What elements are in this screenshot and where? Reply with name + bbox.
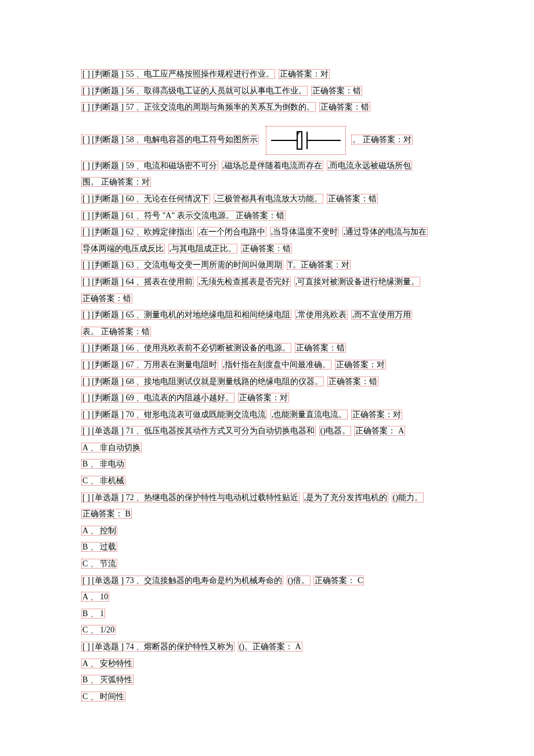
question-59-line2: 围。 正确答案：对	[81, 175, 453, 190]
q62-d: ,通过导体的电流与加在	[342, 227, 428, 237]
q62-b: ,在一个闭合电路中	[197, 227, 267, 237]
q60-a: [ ] [判断题 ] 60 、无论在任何情况下	[81, 194, 210, 204]
q67-answer: 正确答案：对	[335, 360, 386, 370]
q64-b: ,无须先检查摇表是否完好	[197, 277, 291, 287]
q64-d: 正确答案：错	[81, 294, 132, 303]
q73-b: ()倍。	[287, 576, 311, 585]
q60-b: ,三极管都具有电流放大功能。	[214, 194, 324, 204]
question-56: [ ] [判断题 ] 56 、取得高级电工证的人员就可以从事电工作业。 正确答案…	[81, 84, 453, 99]
question-60: [ ] [判断题 ] 60 、无论在任何情况下 ,三极管都具有电流放大功能。 正…	[81, 191, 453, 207]
question-59-line1: [ ] [判断题 ] 59 、电流和磁场密不可分 ,磁场总是伴随着电流而存在 ,…	[81, 158, 453, 174]
q58-answer: 。 正确答案：对	[351, 135, 413, 144]
q72-opt-b: B 、 过载	[81, 542, 117, 552]
q55-answer: 正确答案：对	[279, 69, 330, 79]
q62-a: [ ] [判断题 ] 62 、欧姆定律指出	[81, 227, 194, 237]
q59-c: ,而电流永远被磁场所包	[327, 161, 413, 171]
question-57: [ ] [判断题 ] 57 、正弦交流电的周期与角频率的关系互为倒数的。 正确答…	[81, 100, 453, 115]
question-64-line1: [ ] [判断题 ] 64 、摇表在使用前 ,无须先检查摇表是否完好 ,可直接对…	[81, 274, 453, 290]
q71-opt-c: C 、 非机械	[81, 476, 125, 486]
question-55: [ ] [判断题 ] 55 、电工应严格按照操作规程进行作业。 正确答案：对	[81, 67, 453, 82]
question-62-line2: 导体两端的电压成反比 ,与其电阻成正比。 正确答案：错	[81, 241, 453, 257]
question-64-line2: 正确答案：错	[81, 291, 453, 307]
q72-opt-c: C 、 节流	[81, 559, 117, 569]
q57-text: [ ] [判断题 ] 57 、正弦交流电的周期与角频率的关系互为倒数的。	[81, 102, 316, 112]
q58-text: [ ] [判断题 ] 58 、电解电容器的电工符号如图所示	[81, 135, 259, 144]
q57-answer: 正确答案：错	[319, 102, 370, 112]
question-70: [ ] [判断题 ] 70 、钳形电流表可做成既能测交流电流 ,也能测量直流电流…	[81, 407, 453, 423]
q61-a: [ ] [判断题 ] 61 、符号 "A" 表示交流电源。 正确答案：错	[81, 211, 286, 220]
q69-a: [ ] [判断题 ] 69 、电流表的内阻越小越好。	[81, 393, 234, 403]
q65-c: ,而不宜使用万用	[351, 310, 413, 320]
q62-e: 导体两端的电压成反比	[81, 244, 165, 254]
q72-b: ,是为了充分发挥电机的	[303, 493, 389, 502]
q62-answer: 正确答案：错	[241, 244, 292, 254]
q72-opt-a: A 、 控制	[81, 526, 117, 536]
q71-opt-b: B 、 非电动	[81, 459, 125, 469]
q71-answer: 正确答案： A	[354, 426, 405, 436]
q74-opt-c: C 、 时间性	[81, 692, 125, 701]
q64-a: [ ] [判断题 ] 64 、摇表在使用前	[81, 277, 194, 287]
question-72-line2: 正确答案： B	[81, 507, 453, 522]
q63-a: [ ] [判断题 ] 63 、交流电每交变一周所需的时间叫做周期	[81, 260, 283, 270]
q56-text: [ ] [判断题 ] 56 、取得高级电工证的人员就可以从事电工作业。	[81, 86, 308, 96]
question-58: [ ] [判断题 ] 58 、电解电容器的电工符号如图所示 + 。 正确答案：对	[81, 126, 453, 155]
question-72-line1: [ ] [单选题 ] 72 、热继电器的保护特性与电动机过载特性贴近 ,是为了充…	[81, 490, 453, 506]
q65-b: ,常使用兆欧表	[295, 310, 348, 320]
question-65-line2: 表。 正确答案：错	[81, 324, 453, 340]
q74-opt-a: A 、 安秒特性	[81, 659, 134, 668]
q60-answer: 正确答案：错	[327, 194, 378, 204]
q56-answer: 正确答案：错	[311, 86, 362, 96]
question-63: [ ] [判断题 ] 63 、交流电每交变一周所需的时间叫做周期 T。正确答案：…	[81, 258, 453, 273]
q63-b: T。正确答案：对	[287, 260, 351, 270]
q59-d: 围。 正确答案：对	[81, 177, 151, 187]
q71-b: ()电器。	[319, 426, 351, 436]
q65-a: [ ] [判断题 ] 65 、测量电机的对地绝缘电阻和相间绝缘电阻	[81, 310, 291, 320]
q67-b: ,指针指在刻度盘中间最准确。	[222, 360, 332, 370]
q65-d: 表。 正确答案：错	[81, 327, 151, 337]
question-74: [ ] [单选题 ] 74 、熔断器的保护特性又称为 ()。正确答案： A	[81, 639, 453, 655]
q62-c: ,当导体温度不变时	[270, 227, 340, 237]
q67-a: [ ] [判断题 ] 67 、万用表在测量电阻时	[81, 360, 218, 370]
question-71: [ ] [单选题 ] 71 、低压电器按其动作方式又可分为自动切换电器和 ()电…	[81, 424, 453, 439]
q74-b: ()。正确答案： A	[238, 642, 302, 652]
question-73: [ ] [单选题 ] 73 、交流接触器的电寿命是约为机械寿命的 ()倍。 正确…	[81, 573, 453, 589]
q72-c: ()能力。	[392, 493, 424, 502]
q73-opt-c: C 、 1/20	[81, 625, 116, 635]
q59-a: [ ] [判断题 ] 59 、电流和磁场密不可分	[81, 161, 218, 171]
q73-opt-a: A 、 10	[81, 592, 109, 602]
q73-a: [ ] [单选题 ] 73 、交流接触器的电寿命是约为机械寿命的	[81, 576, 283, 585]
q66-answer: 正确答案：错	[295, 343, 346, 353]
q73-answer: 正确答案： C	[313, 576, 364, 585]
q69-answer: 正确答案：对	[238, 393, 289, 403]
q64-c: ,可直接对被测设备进行绝缘测量。	[294, 277, 421, 287]
capacitor-symbol-icon: +	[266, 126, 346, 155]
q59-b: ,磁场总是伴随着电流而存在	[222, 161, 324, 171]
question-61: [ ] [判断题 ] 61 、符号 "A" 表示交流电源。 正确答案：错	[81, 208, 453, 224]
q70-answer: 正确答案：对	[351, 410, 402, 419]
q74-opt-b: B 、 灭弧特性	[81, 675, 134, 685]
q62-f: ,与其电阻成正比。	[168, 244, 238, 254]
q66-a: [ ] [判断题 ] 66 、使用兆欧表前不必切断被测设备的电源。	[81, 343, 291, 353]
question-65-line1: [ ] [判断题 ] 65 、测量电机的对地绝缘电阻和相间绝缘电阻 ,常使用兆欧…	[81, 308, 453, 323]
q74-a: [ ] [单选题 ] 74 、熔断器的保护特性又称为	[81, 642, 234, 652]
q71-opt-a: A 、 非自动切换	[81, 443, 142, 453]
question-68: [ ] [判断题 ] 68 、接地电阻测试仪就是测量线路的绝缘电阻的仪器。 正确…	[81, 374, 453, 390]
q70-a: [ ] [判断题 ] 70 、钳形电流表可做成既能测交流电流	[81, 410, 267, 419]
q73-opt-b: B 、 1	[81, 609, 105, 618]
q55-text: [ ] [判断题 ] 55 、电工应严格按照操作规程进行作业。	[81, 69, 275, 79]
question-69: [ ] [判断题 ] 69 、电流表的内阻越小越好。 正确答案：对	[81, 390, 453, 406]
question-66: [ ] [判断题 ] 66 、使用兆欧表前不必切断被测设备的电源。 正确答案：错	[81, 341, 453, 356]
q70-b: ,也能测量直流电流。	[270, 410, 348, 419]
q72-answer: 正确答案： B	[81, 509, 132, 519]
question-62-line1: [ ] [判断题 ] 62 、欧姆定律指出 ,在一个闭合电路中 ,当导体温度不变…	[81, 225, 453, 240]
q72-a: [ ] [单选题 ] 72 、热继电器的保护特性与电动机过载特性贴近	[81, 493, 300, 502]
q68-answer: 正确答案：错	[327, 377, 378, 386]
question-67: [ ] [判断题 ] 67 、万用表在测量电阻时 ,指针指在刻度盘中间最准确。 …	[81, 357, 453, 373]
q71-a: [ ] [单选题 ] 71 、低压电器按其动作方式又可分为自动切换电器和	[81, 426, 316, 436]
q68-a: [ ] [判断题 ] 68 、接地电阻测试仪就是测量线路的绝缘电阻的仪器。	[81, 377, 324, 386]
